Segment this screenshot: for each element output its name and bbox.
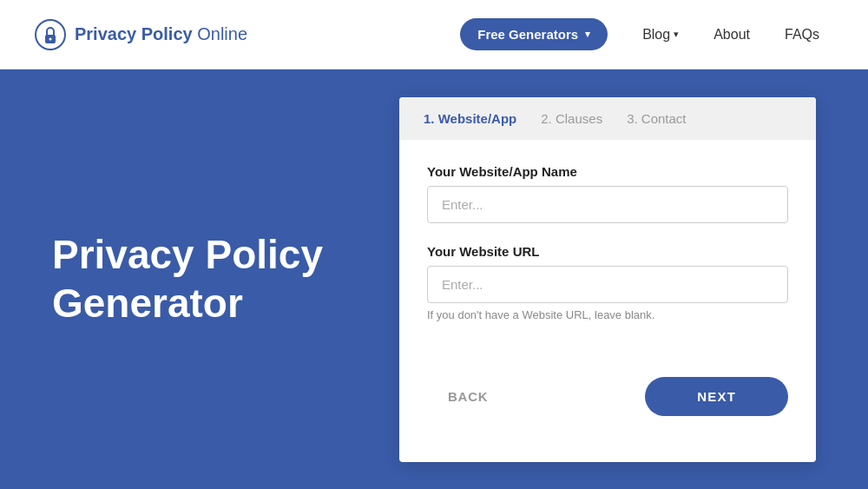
step-3: 3. Contact (627, 111, 686, 126)
blog-chevron-icon: ▾ (674, 29, 679, 40)
nav-area: Free Generators ▾ Blog ▾ About FAQs (460, 18, 833, 50)
free-generators-button[interactable]: Free Generators ▾ (460, 18, 608, 50)
nav-blog-link[interactable]: Blog ▾ (628, 20, 693, 50)
nav-about-label: About (713, 27, 750, 43)
logo-regular: Online (193, 24, 247, 43)
step-3-number: 3. (627, 111, 638, 126)
step-3-label: Contact (641, 111, 687, 126)
main-section: Privacy Policy Generator 1. Website/App … (0, 69, 868, 489)
form-card: 1. Website/App 2. Clauses 3. Contact You… (399, 97, 816, 462)
step-2: 2. Clauses (541, 111, 602, 126)
form-actions: BACK NEXT (399, 367, 816, 440)
nav-faqs-label: FAQs (785, 27, 819, 43)
url-field-group: Your Website URL If you don't have a Web… (427, 244, 788, 321)
website-name-input[interactable] (427, 186, 788, 223)
step-1-number: 1. (424, 111, 435, 126)
logo-area: Privacy Policy Online (35, 19, 460, 50)
logo-bold: Privacy Policy (75, 24, 193, 43)
back-button[interactable]: BACK (427, 379, 509, 414)
chevron-down-icon: ▾ (585, 29, 590, 40)
lock-icon (35, 19, 66, 50)
header: Privacy Policy Online Free Generators ▾ … (0, 0, 868, 69)
nav-about-link[interactable]: About (700, 20, 764, 50)
nav-faqs-link[interactable]: FAQs (771, 20, 833, 50)
next-button[interactable]: NEXT (645, 377, 788, 416)
step-2-number: 2. (541, 111, 552, 126)
nav-blog-label: Blog (642, 27, 670, 43)
logo-text: Privacy Policy Online (75, 24, 247, 44)
url-hint: If you don't have a Website URL, leave b… (427, 308, 788, 321)
free-generators-label: Free Generators (477, 27, 578, 42)
step-1-label: Website/App (438, 111, 517, 126)
step-1: 1. Website/App (424, 111, 516, 126)
form-body: Your Website/App Name Your Website URL I… (399, 140, 816, 367)
name-field-group: Your Website/App Name (427, 164, 788, 223)
svg-point-2 (49, 37, 52, 40)
website-url-input[interactable] (427, 266, 788, 303)
form-steps: 1. Website/App 2. Clauses 3. Contact (399, 97, 816, 140)
name-field-label: Your Website/App Name (427, 164, 788, 179)
hero-title: Privacy Policy Generator (52, 231, 399, 327)
url-field-label: Your Website URL (427, 244, 788, 259)
step-2-label: Clauses (556, 111, 602, 126)
